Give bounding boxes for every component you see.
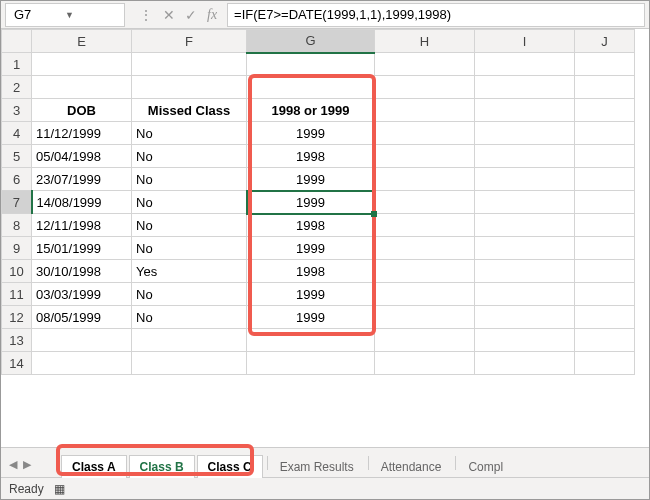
cell-J4[interactable] — [575, 122, 635, 145]
cell-H10[interactable] — [375, 260, 475, 283]
formula-input[interactable]: =IF(E7>=DATE(1999,1,1),1999,1998) — [227, 3, 645, 27]
tab-class-c[interactable]: Class C — [197, 455, 263, 478]
cell-E8[interactable]: 12/11/1998 — [32, 214, 132, 237]
cell-E1[interactable] — [32, 53, 132, 76]
cell-I1[interactable] — [475, 53, 575, 76]
row-header-5[interactable]: 5 — [2, 145, 32, 168]
col-header-J[interactable]: J — [575, 30, 635, 53]
cell-H4[interactable] — [375, 122, 475, 145]
cell-J5[interactable] — [575, 145, 635, 168]
tab-nav-right-icon[interactable]: ▶ — [23, 458, 31, 471]
cell-I2[interactable] — [475, 76, 575, 99]
tab-attendance[interactable]: Attendance — [371, 456, 452, 478]
row-header-10[interactable]: 10 — [2, 260, 32, 283]
col-header-I[interactable]: I — [475, 30, 575, 53]
cell-F5[interactable]: No — [132, 145, 247, 168]
cell-G1[interactable] — [247, 53, 375, 76]
enter-icon[interactable]: ✓ — [185, 7, 197, 23]
cell-F3[interactable]: Missed Class — [132, 99, 247, 122]
row-header-9[interactable]: 9 — [2, 237, 32, 260]
cell-F7[interactable]: No — [132, 191, 247, 214]
row-header-12[interactable]: 12 — [2, 306, 32, 329]
cell-F8[interactable]: No — [132, 214, 247, 237]
tab-nav-left-icon[interactable]: ◀ — [9, 458, 17, 471]
cell-F4[interactable]: No — [132, 122, 247, 145]
cell-E11[interactable]: 03/03/1999 — [32, 283, 132, 306]
grid[interactable]: EFGHIJ123DOBMissed Class1998 or 1999411/… — [1, 29, 649, 447]
cell-F6[interactable]: No — [132, 168, 247, 191]
row-header-6[interactable]: 6 — [2, 168, 32, 191]
cell-I12[interactable] — [475, 306, 575, 329]
cell-H2[interactable] — [375, 76, 475, 99]
record-macro-icon[interactable]: ▦ — [54, 482, 65, 496]
cell-G10[interactable]: 1998 — [247, 260, 375, 283]
cell-H12[interactable] — [375, 306, 475, 329]
row-header-13[interactable]: 13 — [2, 329, 32, 352]
cell-G14[interactable] — [247, 352, 375, 375]
cell-F14[interactable] — [132, 352, 247, 375]
row-header-14[interactable]: 14 — [2, 352, 32, 375]
cancel-icon[interactable]: ✕ — [163, 7, 175, 23]
cell-I4[interactable] — [475, 122, 575, 145]
cell-I10[interactable] — [475, 260, 575, 283]
tab-class-a[interactable]: Class A — [61, 455, 127, 478]
cell-I11[interactable] — [475, 283, 575, 306]
col-header-F[interactable]: F — [132, 30, 247, 53]
row-header-2[interactable]: 2 — [2, 76, 32, 99]
cell-E12[interactable]: 08/05/1999 — [32, 306, 132, 329]
cell-H5[interactable] — [375, 145, 475, 168]
col-header-E[interactable]: E — [32, 30, 132, 53]
cell-F13[interactable] — [132, 329, 247, 352]
cell-I9[interactable] — [475, 237, 575, 260]
cell-J6[interactable] — [575, 168, 635, 191]
row-header-11[interactable]: 11 — [2, 283, 32, 306]
cell-J1[interactable] — [575, 53, 635, 76]
cell-F10[interactable]: Yes — [132, 260, 247, 283]
cell-J14[interactable] — [575, 352, 635, 375]
cell-I5[interactable] — [475, 145, 575, 168]
cell-F12[interactable]: No — [132, 306, 247, 329]
cell-E4[interactable]: 11/12/1999 — [32, 122, 132, 145]
corner-cell[interactable] — [2, 30, 32, 53]
cell-E2[interactable] — [32, 76, 132, 99]
cell-I7[interactable] — [475, 191, 575, 214]
cell-G9[interactable]: 1999 — [247, 237, 375, 260]
cell-G5[interactable]: 1998 — [247, 145, 375, 168]
cell-J8[interactable] — [575, 214, 635, 237]
cell-E9[interactable]: 15/01/1999 — [32, 237, 132, 260]
cell-H11[interactable] — [375, 283, 475, 306]
cell-E14[interactable] — [32, 352, 132, 375]
tab-class-b[interactable]: Class B — [129, 455, 195, 478]
name-box[interactable]: G7 ▼ — [5, 3, 125, 27]
cell-I13[interactable] — [475, 329, 575, 352]
cell-E10[interactable]: 30/10/1998 — [32, 260, 132, 283]
cell-J9[interactable] — [575, 237, 635, 260]
cell-F11[interactable]: No — [132, 283, 247, 306]
col-header-H[interactable]: H — [375, 30, 475, 53]
cell-F1[interactable] — [132, 53, 247, 76]
cell-H8[interactable] — [375, 214, 475, 237]
cell-J12[interactable] — [575, 306, 635, 329]
cell-J7[interactable] — [575, 191, 635, 214]
cell-G12[interactable]: 1999 — [247, 306, 375, 329]
cell-E6[interactable]: 23/07/1999 — [32, 168, 132, 191]
row-header-1[interactable]: 1 — [2, 53, 32, 76]
cell-J3[interactable] — [575, 99, 635, 122]
cell-G2[interactable] — [247, 76, 375, 99]
cell-F9[interactable]: No — [132, 237, 247, 260]
cell-G6[interactable]: 1999 — [247, 168, 375, 191]
row-header-3[interactable]: 3 — [2, 99, 32, 122]
cell-I8[interactable] — [475, 214, 575, 237]
cell-J10[interactable] — [575, 260, 635, 283]
row-header-7[interactable]: 7 — [2, 191, 32, 214]
fx-icon[interactable]: fx — [207, 7, 217, 23]
cell-I6[interactable] — [475, 168, 575, 191]
cell-J13[interactable] — [575, 329, 635, 352]
row-header-4[interactable]: 4 — [2, 122, 32, 145]
cell-H13[interactable] — [375, 329, 475, 352]
tab-exam-results[interactable]: Exam Results — [270, 456, 364, 478]
cell-G8[interactable]: 1998 — [247, 214, 375, 237]
cell-H3[interactable] — [375, 99, 475, 122]
cell-G4[interactable]: 1999 — [247, 122, 375, 145]
cell-E3[interactable]: DOB — [32, 99, 132, 122]
